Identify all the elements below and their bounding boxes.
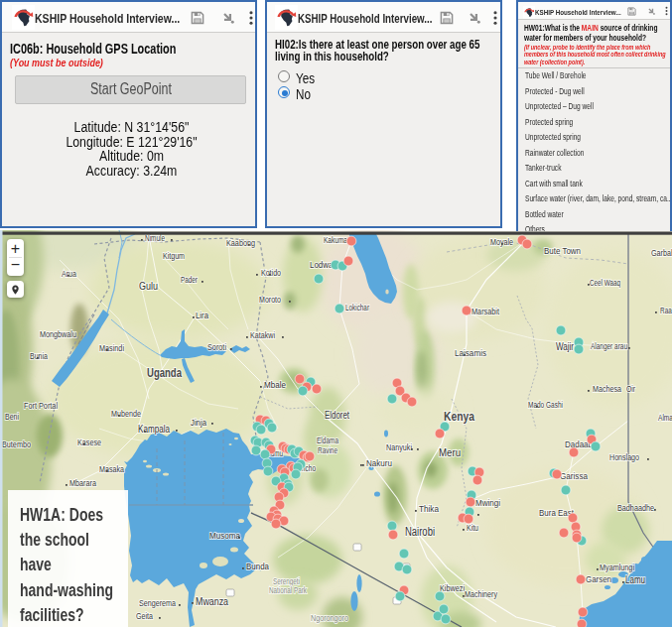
- svg-text:Bute Town: Bute Town: [544, 245, 581, 256]
- svg-text:Jinja: Jinja: [191, 417, 207, 428]
- svg-text:Gulu: Gulu: [139, 280, 158, 292]
- svg-text:Mado Gashi: Mado Gashi: [528, 400, 563, 410]
- svg-text:Katakwi: Katakwi: [250, 330, 275, 340]
- svg-text:Moyale: Moyale: [490, 237, 513, 247]
- svg-text:Ngorongoro: Ngorongoro: [311, 613, 348, 623]
- svg-text:Thika: Thika: [419, 503, 440, 514]
- svg-text:Arua: Arua: [62, 269, 76, 279]
- svg-text:Kakuma: Kakuma: [324, 235, 347, 245]
- svg-text:Marsabit: Marsabit: [471, 307, 499, 316]
- svg-text:National Park: National Park: [269, 585, 308, 595]
- svg-text:Wajir: Wajir: [556, 341, 575, 352]
- svg-text:Alanger arau: Alanger arau: [591, 341, 627, 351]
- svg-text:Eldoret: Eldoret: [325, 410, 349, 421]
- svg-text:Lira: Lira: [196, 310, 209, 320]
- svg-text:Badhaadhe: Badhaadhe: [617, 503, 654, 513]
- svg-text:Mwanza: Mwanza: [196, 595, 229, 607]
- svg-text:Garissa: Garissa: [560, 470, 589, 481]
- svg-text:Ceel Waaq: Ceel Waaq: [590, 278, 620, 288]
- svg-text:Kibwezi: Kibwezi: [440, 583, 465, 593]
- svg-text:Nakuru: Nakuru: [366, 457, 392, 468]
- svg-text:Kenya: Kenya: [444, 409, 475, 424]
- svg-text:Meru: Meru: [439, 446, 461, 458]
- svg-text:Honslago: Honslago: [609, 452, 639, 462]
- svg-text:Butembo: Butembo: [2, 439, 31, 449]
- svg-text:Kitgum: Kitgum: [163, 251, 185, 261]
- svg-text:Kampala: Kampala: [138, 423, 170, 435]
- svg-text:Nairobi: Nairobi: [405, 525, 435, 539]
- svg-text:Moroto: Moroto: [259, 295, 281, 305]
- svg-text:Nanyuki: Nanyuki: [386, 442, 412, 452]
- svg-text:Pader: Pader: [181, 275, 198, 285]
- svg-text:Sengerema: Sengerema: [139, 598, 176, 608]
- svg-text:Ravine: Ravine: [318, 445, 337, 455]
- svg-text:Machesa: Machesa: [593, 384, 621, 394]
- svg-text:Kotido: Kotido: [261, 268, 281, 278]
- svg-text:Machinery: Machinery: [465, 589, 497, 599]
- svg-text:Uganda: Uganda: [147, 366, 183, 380]
- svg-text:Alma: Alma: [658, 413, 672, 423]
- svg-text:Mwingi: Mwingi: [475, 497, 500, 508]
- svg-text:Raas: Raas: [660, 306, 672, 315]
- svg-text:Mongbwalu: Mongbwalu: [40, 329, 76, 339]
- svg-text:Mbarara: Mbarara: [69, 478, 96, 488]
- svg-text:Masaka: Masaka: [99, 464, 124, 474]
- svg-text:Geita: Geita: [136, 611, 153, 621]
- svg-text:Lokichar: Lokichar: [345, 303, 369, 313]
- svg-text:Kasese: Kasese: [77, 438, 101, 447]
- svg-text:Soroti: Soroti: [207, 342, 226, 352]
- svg-text:Lamu: Lamu: [625, 574, 645, 585]
- svg-text:Masindi: Masindi: [99, 343, 124, 353]
- svg-text:Kitu: Kitu: [467, 523, 478, 533]
- svg-text:Beni: Beni: [5, 412, 19, 422]
- svg-text:Musoma: Musoma: [209, 530, 241, 541]
- svg-text:Kaabong: Kaabong: [226, 238, 255, 248]
- svg-text:Fort Portal: Fort Portal: [24, 401, 58, 411]
- svg-text:Garbah: Garbah: [651, 248, 672, 258]
- svg-text:Laisamis: Laisamis: [455, 347, 486, 358]
- svg-text:Mubende: Mubende: [111, 409, 141, 419]
- svg-text:Bunia: Bunia: [30, 351, 48, 361]
- svg-text:Garsen: Garsen: [586, 573, 611, 584]
- svg-text:Bunda: Bunda: [246, 561, 270, 571]
- svg-text:Myamlungi: Myamlungi: [600, 563, 634, 572]
- svg-text:Eldama: Eldama: [317, 436, 338, 445]
- svg-text:Mbale: Mbale: [264, 379, 286, 390]
- svg-text:Oir: Oir: [626, 384, 635, 394]
